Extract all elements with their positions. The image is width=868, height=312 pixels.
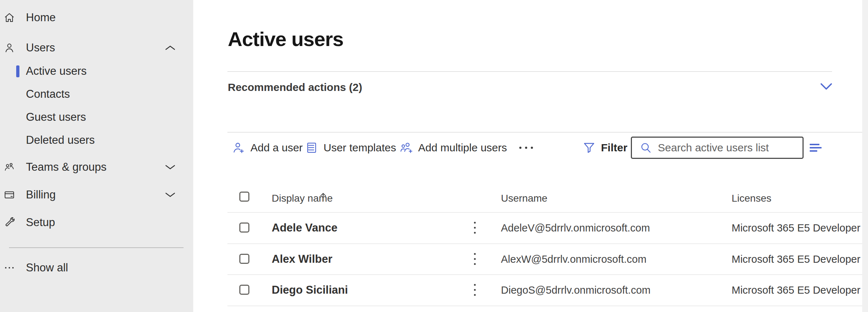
recommended-actions-expand-button[interactable] bbox=[820, 82, 833, 91]
add-a-user-button[interactable]: Add a user bbox=[232, 139, 303, 156]
sidebar-item-label: Show all bbox=[26, 261, 68, 274]
vertical-scrollbar[interactable] bbox=[862, 0, 868, 312]
m365-admin-active-users-screen: Home Users Active users Contacts Guest u… bbox=[0, 0, 868, 312]
user-icon bbox=[4, 42, 15, 54]
username-cell: AdeleV@5drrlv.onmicrosoft.com bbox=[501, 222, 650, 234]
sidebar-item-label: Guest users bbox=[26, 111, 86, 124]
chevron-up-icon bbox=[163, 40, 178, 56]
sort-lines-icon bbox=[810, 144, 826, 152]
sort-lines-button[interactable] bbox=[810, 139, 826, 157]
search-box bbox=[631, 137, 804, 159]
display-name-cell[interactable]: Adele Vance bbox=[272, 221, 338, 234]
chevron-down-icon bbox=[820, 82, 833, 91]
ellipsis-icon bbox=[4, 262, 15, 274]
credit-card-icon bbox=[4, 189, 15, 201]
template-list-icon bbox=[305, 141, 318, 155]
sidebar-item-label: Contacts bbox=[26, 88, 70, 101]
table-divider bbox=[227, 243, 862, 244]
wrench-icon bbox=[4, 217, 15, 228]
sidebar-item-deleted-users[interactable]: Deleted users bbox=[0, 132, 193, 148]
people-add-icon bbox=[399, 141, 413, 155]
sidebar-item-label: Setup bbox=[26, 216, 55, 229]
sidebar-item-show-all[interactable]: Show all bbox=[0, 260, 193, 276]
licenses-cell: Microsoft 365 E5 Developer (withou bbox=[732, 253, 862, 265]
row-more-actions-button[interactable] bbox=[469, 282, 480, 298]
username-cell: AlexW@5drrlv.onmicrosoft.com bbox=[501, 253, 646, 265]
sidebar-nav: Home Users Active users Contacts Guest u… bbox=[0, 0, 193, 312]
more-actions-button[interactable] bbox=[517, 139, 535, 156]
chevron-down-icon bbox=[163, 187, 178, 203]
chevron-down-icon bbox=[163, 159, 178, 175]
sidebar-item-label: Active users bbox=[26, 65, 87, 78]
person-add-icon bbox=[232, 141, 245, 155]
sidebar-divider bbox=[9, 247, 184, 248]
select-all-checkbox[interactable] bbox=[239, 192, 249, 202]
filter-label: Filter bbox=[601, 142, 627, 154]
sidebar-item-active-users[interactable]: Active users bbox=[0, 63, 193, 79]
search-icon bbox=[640, 142, 652, 154]
licenses-cell: Microsoft 365 E5 Developer (withou bbox=[732, 284, 862, 296]
people-icon bbox=[4, 161, 15, 173]
row-more-actions-button[interactable] bbox=[469, 220, 480, 235]
funnel-icon bbox=[582, 141, 596, 155]
recommended-actions-heading: Recommended actions (2) bbox=[228, 81, 362, 93]
sidebar-item-label: Users bbox=[26, 41, 55, 54]
sidebar-item-home[interactable]: Home bbox=[0, 10, 193, 26]
sidebar-item-teams-groups[interactable]: Teams & groups bbox=[0, 159, 193, 175]
sidebar-item-guest-users[interactable]: Guest users bbox=[0, 109, 193, 125]
user-templates-button[interactable]: User templates bbox=[305, 139, 396, 156]
row-more-actions-button[interactable] bbox=[469, 251, 480, 267]
table-divider bbox=[227, 274, 862, 275]
column-header-username[interactable]: Username bbox=[501, 193, 547, 204]
sidebar-item-label: Billing bbox=[26, 188, 56, 201]
page-title: Active users bbox=[228, 27, 343, 51]
column-header-licenses[interactable]: Licenses bbox=[732, 193, 772, 204]
table-divider bbox=[227, 212, 862, 213]
username-cell: DiegoS@5drrlv.onmicrosoft.com bbox=[501, 284, 651, 296]
row-checkbox[interactable] bbox=[239, 254, 249, 264]
sidebar-item-setup[interactable]: Setup bbox=[0, 215, 193, 230]
add-multiple-users-button[interactable]: Add multiple users bbox=[399, 139, 507, 156]
sidebar-item-billing[interactable]: Billing bbox=[0, 187, 193, 203]
sidebar-item-label: Home bbox=[26, 11, 56, 24]
sidebar-item-label: Teams & groups bbox=[26, 161, 107, 174]
add-a-user-label: Add a user bbox=[250, 142, 303, 154]
ellipsis-icon bbox=[519, 147, 533, 149]
search-input[interactable] bbox=[657, 141, 795, 154]
home-icon bbox=[4, 12, 15, 23]
licenses-cell: Microsoft 365 E5 Developer (withou bbox=[732, 222, 862, 234]
row-checkbox[interactable] bbox=[239, 285, 249, 295]
table-divider bbox=[227, 306, 862, 306]
sidebar-item-users[interactable]: Users bbox=[0, 40, 193, 56]
filter-button[interactable]: Filter bbox=[582, 139, 627, 156]
section-divider bbox=[227, 71, 832, 72]
sort-ascending-arrow-icon bbox=[318, 192, 328, 202]
add-multiple-users-label: Add multiple users bbox=[418, 142, 507, 154]
row-checkbox[interactable] bbox=[239, 222, 249, 233]
user-templates-label: User templates bbox=[324, 142, 396, 154]
toolbar-divider bbox=[227, 132, 862, 133]
sidebar-item-contacts[interactable]: Contacts bbox=[0, 86, 193, 102]
sidebar-item-label: Deleted users bbox=[26, 134, 95, 147]
display-name-cell[interactable]: Diego Siciliani bbox=[272, 284, 348, 297]
display-name-cell[interactable]: Alex Wilber bbox=[272, 253, 333, 266]
